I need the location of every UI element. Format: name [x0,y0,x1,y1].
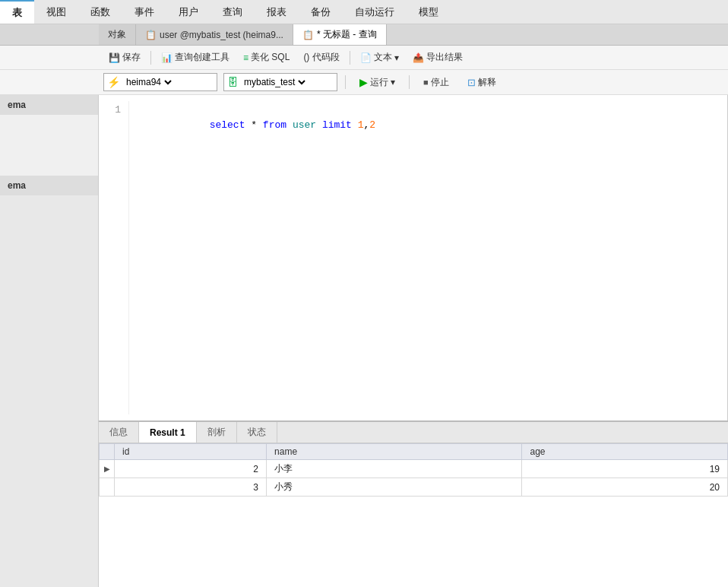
space-3 [316,119,322,131]
limit-val2: 2 [369,119,375,131]
tab-table-icon: 📋 [145,30,157,40]
menu-item-view[interactable]: 视图 [34,0,78,24]
stop-icon: ■ [423,78,429,87]
row-1-id: 2 [115,460,267,478]
space-1: * [245,119,262,131]
menu-item-event[interactable]: 事件 [122,0,166,24]
run-label: 运行 [370,76,388,89]
tab-query-label: * 无标题 - 查询 [317,28,377,41]
run-icon: ▶ [359,76,368,88]
code-snippet-label: () 代码段 [303,51,339,64]
explain-button[interactable]: ⊡ 解释 [461,75,502,90]
tab-object[interactable]: 对象 [99,24,136,45]
tab-query-icon: 📋 [302,30,314,40]
run-button[interactable]: ▶ 运行 ▾ [353,75,401,90]
result-tab-status-label: 状态 [248,426,266,439]
run-divider [409,75,410,89]
text-label: 文本 [374,51,392,64]
explain-label: 解释 [478,76,496,89]
divider-1 [150,51,151,65]
row-1-name: 小李 [267,460,522,478]
sidebar-schema-2: ema [0,176,98,195]
save-label: 保存 [122,51,141,64]
save-icon: 💾 [109,52,120,63]
menu-item-query[interactable]: 查询 [210,0,255,24]
row-2-arrow [100,478,115,497]
th-arrow [100,444,115,460]
code-line-1: select * from user limit 1,2 [138,103,727,118]
result-tab-info-label: 信息 [109,426,128,439]
save-button[interactable]: 💾 保存 [103,49,146,66]
run-dropdown-icon: ▾ [391,77,395,87]
table-row: ▶ 2 小李 19 [100,460,728,478]
table-row: 3 小秀 20 [100,478,728,497]
space-2 [286,119,293,131]
table-name: user [293,119,316,131]
tab-bar: 对象 📋 user @mybatis_test (heima9... 📋 * 无… [0,24,728,46]
tab-user-table[interactable]: 📋 user @mybatis_test (heima9... [136,24,293,45]
th-age: age [522,444,728,460]
row-2-age: 20 [522,478,728,497]
result-tabs: 信息 Result 1 剖析 状态 [99,422,728,443]
toolbar: 💾 保存 📊 查询创建工具 ≡ 美化 SQL () 代码段 📄 文本 ▾ 📤 导… [0,46,728,70]
th-name: name [267,444,522,460]
th-id: id [115,444,267,460]
code-area[interactable]: 1 select * from user limit 1,2 [99,95,727,420]
result-tab-profile[interactable]: 剖析 [197,422,237,443]
row-1-arrow: ▶ [100,460,115,478]
menu-item-table[interactable]: 表 [0,0,34,24]
result-tab-profile-label: 剖析 [207,426,226,439]
beautify-sql-label: 美化 SQL [251,51,290,64]
menu-item-autorun[interactable]: 自动运行 [343,0,407,24]
result-tab-result1-label: Result 1 [150,427,185,438]
result-panel: 信息 Result 1 剖析 状态 id [99,420,728,587]
code-content[interactable]: select * from user limit 1,2 [129,101,727,414]
result-tab-info[interactable]: 信息 [99,422,139,443]
beautify-sql-icon: ≡ [243,52,248,63]
main-layout: ema ema 1 select * from user limit 1,2 [0,95,728,587]
menu-item-model[interactable]: 模型 [407,0,451,24]
text-icon: 📄 [360,52,372,63]
connection-bar: ⚡ heima94 🗄 mybatis_test ▶ 运行 ▾ ■ 停止 ⊡ 解… [0,70,728,95]
menu-item-backup[interactable]: 备份 [299,0,343,24]
row-2-name: 小秀 [267,478,522,497]
server-dropdown[interactable]: heima94 [123,76,174,88]
menu-item-report[interactable]: 报表 [255,0,299,24]
limit-val1: 1 [358,119,364,131]
query-builder-button[interactable]: 📊 查询创建工具 [156,49,235,66]
beautify-sql-button[interactable]: ≡ 美化 SQL [238,49,295,66]
stop-button[interactable]: ■ 停止 [417,75,455,90]
result-tab-result1[interactable]: Result 1 [139,422,197,443]
space-4 [352,119,358,131]
text-button[interactable]: 📄 文本 ▾ [355,49,404,66]
editor-result-container: 1 select * from user limit 1,2 信息 Result… [99,95,728,587]
table-header-row: id name age [100,444,728,460]
explain-icon: ⊡ [467,77,476,88]
stop-label: 停止 [431,76,449,89]
tab-query[interactable]: 📋 * 无标题 - 查询 [293,24,387,45]
conn-divider [345,75,346,89]
database-dropdown[interactable]: mybatis_test [241,76,308,88]
code-editor[interactable]: 1 select * from user limit 1,2 [99,95,728,420]
menu-bar: 表 视图 函数 事件 用户 查询 报表 备份 自动运行 模型 [0,0,728,24]
menu-item-function[interactable]: 函数 [78,0,122,24]
server-select[interactable]: ⚡ heima94 [103,73,217,91]
keyword-select: select [210,119,245,131]
result-tab-status[interactable]: 状态 [237,422,277,443]
export-icon: 📤 [413,52,424,63]
row-2-id: 3 [115,478,267,497]
keyword-from: from [263,119,286,131]
row-1-age: 19 [522,460,728,478]
sidebar: ema ema [0,95,99,587]
tab-object-label: 对象 [108,28,126,41]
database-select[interactable]: 🗄 mybatis_test [223,73,337,91]
query-builder-label: 查询创建工具 [175,51,229,64]
line-numbers: 1 [99,101,129,414]
export-label: 导出结果 [426,51,463,64]
code-snippet-button[interactable]: () 代码段 [298,49,344,66]
text-dropdown-icon: ▾ [394,52,399,63]
divider-2 [350,51,350,65]
menu-item-user[interactable]: 用户 [166,0,210,24]
result-table: id name age ▶ 2 小李 19 [99,443,728,497]
export-button[interactable]: 📤 导出结果 [407,49,468,66]
